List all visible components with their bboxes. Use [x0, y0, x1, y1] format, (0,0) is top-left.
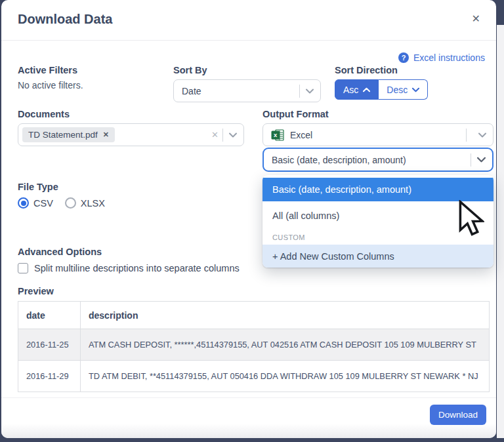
svg-text:x: x — [274, 131, 278, 138]
cell-date: 2016-11-29 — [18, 361, 81, 392]
columns-format-section: Basic (date, description, amount) — [262, 148, 494, 172]
menu-section-custom-label: CUSTOM — [262, 230, 494, 245]
download-button[interactable]: Download — [430, 405, 486, 425]
documents-values: TD Statement.pdf ✕ — [22, 127, 211, 142]
radio-option-csv[interactable]: CSV — [18, 197, 53, 209]
preview-section: Preview date description 2016-11-25 ATM … — [18, 286, 490, 392]
table-row: 2016-11-25 ATM CASH DEPOSIT, ******,4511… — [18, 329, 490, 361]
sort-by-value: Date — [182, 86, 295, 96]
active-filters-section: Active Filters No active filters. — [18, 65, 83, 90]
documents-label: Documents — [18, 109, 244, 119]
clear-all-icon[interactable]: ✕ — [211, 130, 219, 140]
table-row: 2016-11-29 TD ATM DEBIT, **45114379155, … — [18, 361, 490, 392]
chevron-down-icon — [306, 89, 314, 94]
csv-radio-label: CSV — [33, 198, 53, 209]
menu-option-add-custom-columns[interactable]: + Add New Custom Columns — [262, 245, 494, 268]
document-tag: TD Statement.pdf ✕ — [22, 127, 115, 142]
checkbox-unchecked-icon[interactable] — [18, 263, 28, 273]
select-divider — [466, 129, 467, 142]
split-multiline-checkbox-label: Split multiline descriptions into separa… — [34, 263, 240, 273]
chevron-up-icon — [363, 87, 370, 92]
active-filters-empty-text: No active filters. — [18, 80, 83, 90]
output-format-label: Output Format — [262, 109, 494, 119]
advanced-options-label: Advanced Options — [18, 247, 240, 257]
background-strip — [497, 25, 504, 438]
menu-option-all[interactable]: All (all columns) — [262, 201, 494, 230]
desc-label: Desc — [387, 85, 408, 95]
document-tag-label: TD Statement.pdf — [28, 130, 98, 140]
advanced-options-section: Advanced Options Split multiline descrip… — [18, 247, 240, 273]
preview-label: Preview — [18, 286, 490, 296]
cell-description: ATM CASH DEPOSIT, ******,45114379155, AU… — [81, 329, 490, 361]
output-format-select[interactable]: x Excel — [262, 123, 494, 146]
chevron-down-icon — [478, 132, 486, 138]
columns-format-value: Basic (date, description, amount) — [272, 155, 467, 165]
split-multiline-checkbox-row[interactable]: Split multiline descriptions into separa… — [18, 263, 240, 273]
xlsx-radio-label: XLSX — [81, 198, 105, 209]
columns-format-dropdown-menu: Basic (date, description, amount) All (a… — [262, 175, 494, 268]
sort-direction-label: Sort Direction — [335, 65, 428, 75]
download-data-modal: Download Data ✕ ? Excel instructions Act… — [1, 0, 496, 438]
preview-table: date description 2016-11-25 ATM CASH DEP… — [18, 301, 490, 392]
excel-instructions-label: Excel instructions — [413, 52, 485, 63]
modal-header: Download Data ✕ — [1, 0, 496, 41]
select-divider — [471, 153, 471, 167]
sort-by-label: Sort By — [173, 65, 321, 75]
modal-footer-gradient — [1, 424, 496, 438]
modal-title: Download Data — [18, 12, 112, 27]
preview-table-header-row: date description — [18, 302, 490, 329]
cell-description: TD ATM DEBIT, **45114379155, AUT 050416 … — [81, 361, 490, 392]
select-divider — [299, 85, 300, 98]
sort-direction-section: Sort Direction Asc Desc — [335, 65, 428, 100]
sort-by-select[interactable]: Date — [173, 79, 321, 102]
close-icon[interactable]: ✕ — [472, 12, 480, 25]
documents-section: Documents TD Statement.pdf ✕ ✕ — [18, 109, 244, 146]
file-type-section: File Type CSV XLSX — [18, 182, 105, 209]
output-format-section: Output Format x Excel — [262, 109, 494, 146]
sort-by-section: Sort By Date — [173, 65, 321, 102]
radio-unselected-icon[interactable] — [65, 197, 76, 209]
radio-option-xlsx[interactable]: XLSX — [65, 197, 105, 209]
sort-desc-button[interactable]: Desc — [379, 79, 428, 100]
sort-asc-button[interactable]: Asc — [335, 79, 379, 100]
help-question-icon: ? — [398, 52, 409, 63]
columns-format-select-focused[interactable]: Basic (date, description, amount) — [262, 148, 494, 172]
select-divider — [222, 129, 223, 142]
documents-multiselect[interactable]: TD Statement.pdf ✕ ✕ — [18, 123, 244, 146]
sort-direction-toggle: Asc Desc — [335, 79, 428, 100]
footer-divider — [1, 397, 496, 398]
menu-option-basic[interactable]: Basic (date, description, amount) — [262, 178, 494, 201]
active-filters-label: Active Filters — [18, 65, 83, 75]
output-format-value: Excel — [290, 130, 456, 140]
chevron-down-icon — [229, 132, 237, 138]
chevron-down-icon — [412, 87, 419, 92]
column-header-date: date — [18, 302, 81, 329]
column-header-description: description — [81, 302, 490, 329]
excel-instructions-link[interactable]: ? Excel instructions — [398, 52, 485, 63]
chevron-down-icon — [477, 157, 486, 163]
asc-label: Asc — [343, 85, 358, 95]
cell-date: 2016-11-25 — [18, 329, 81, 361]
excel-icon: x — [271, 129, 284, 141]
radio-selected-icon[interactable] — [18, 197, 29, 209]
remove-tag-icon[interactable]: ✕ — [103, 131, 109, 139]
file-type-radios: CSV XLSX — [18, 197, 105, 209]
file-type-label: File Type — [18, 182, 105, 192]
